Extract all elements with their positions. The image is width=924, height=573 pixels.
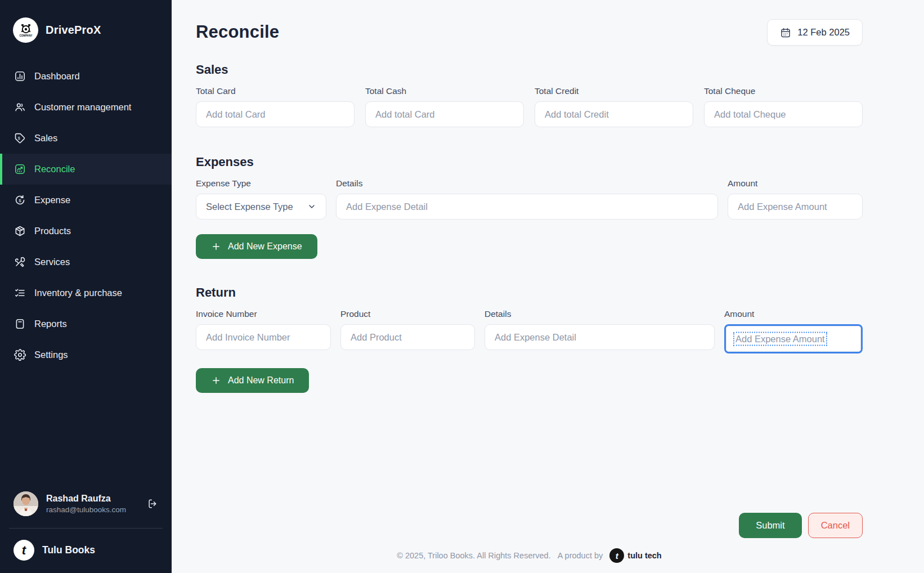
user-info: Rashad Raufza rashad@tulubooks.com xyxy=(46,494,139,514)
submit-button[interactable]: Submit xyxy=(739,513,801,538)
total-cheque-label: Total Cheque xyxy=(704,86,863,96)
svg-text:COMPANY: COMPANY xyxy=(19,34,32,37)
page-title: Reconcile xyxy=(196,19,279,42)
report-document-icon xyxy=(14,318,26,330)
sidebar-item-services[interactable]: Services xyxy=(0,247,172,277)
add-new-expense-button[interactable]: Add New Expense xyxy=(196,234,317,259)
product-by-text: A product by xyxy=(558,551,603,560)
avatar xyxy=(14,491,38,516)
sidebar-item-label: Dashboard xyxy=(34,71,80,82)
calendar-icon xyxy=(780,27,791,38)
total-credit-field: Total Credit xyxy=(535,77,693,127)
sales-heading: Sales xyxy=(196,62,863,77)
expense-details-input[interactable] xyxy=(336,194,718,220)
sidebar-item-dashboard[interactable]: Dashboard xyxy=(0,61,172,92)
add-new-return-button[interactable]: Add New Return xyxy=(196,368,309,393)
tulu-books-brand: t Tulu Books xyxy=(0,540,172,561)
page-footer: © 2025, Triloo Books. All Rights Reserve… xyxy=(196,548,863,566)
sidebar-item-reconcile[interactable]: Reconcile xyxy=(0,154,172,185)
total-card-input[interactable] xyxy=(196,101,355,127)
chevron-down-icon xyxy=(307,202,316,211)
return-amount-focus-ring: Add Expense Amount xyxy=(724,324,863,353)
expense-type-value: Select Expense Type xyxy=(206,202,293,212)
return-heading: Return xyxy=(196,285,863,300)
sidebar-item-label: Products xyxy=(34,226,71,236)
sidebar-item-reports[interactable]: Reports xyxy=(0,308,172,339)
sidebar-item-label: Reports xyxy=(34,319,67,329)
sidebar-item-label: Expense xyxy=(34,195,70,205)
total-card-label: Total Card xyxy=(196,86,355,96)
return-details-field: Details xyxy=(485,300,715,353)
sidebar-bottom: Rashad Raufza rashad@tulubooks.com t Tul… xyxy=(0,491,172,573)
package-icon xyxy=(14,225,26,238)
tulu-books-label: Tulu Books xyxy=(42,544,95,556)
app-title: DriveProX xyxy=(46,24,101,37)
expense-amount-input[interactable] xyxy=(728,194,863,220)
expenses-heading: Expenses xyxy=(196,155,863,169)
sidebar-item-label: Settings xyxy=(34,350,68,360)
return-amount-label: Amount xyxy=(724,309,863,319)
svg-text:$: $ xyxy=(17,136,20,140)
form-actions: Submit Cancel xyxy=(196,513,863,538)
sidebar-item-products[interactable]: Products xyxy=(0,216,172,247)
total-credit-input[interactable] xyxy=(535,101,693,127)
total-cheque-input[interactable] xyxy=(704,101,863,127)
invoice-number-input[interactable] xyxy=(196,324,331,350)
add-new-return-label: Add New Return xyxy=(228,375,294,386)
main-content: Reconcile 12 Feb 2025 Sales Total Card xyxy=(172,0,924,573)
expense-amount-field: Amount xyxy=(728,169,863,220)
sidebar-item-label: Customer management xyxy=(34,102,131,113)
sidebar-item-inventory-purchase[interactable]: Inventory & purchase xyxy=(0,277,172,308)
tulu-books-logo: t xyxy=(14,540,34,561)
total-card-field: Total Card xyxy=(196,77,355,127)
add-new-expense-label: Add New Expense xyxy=(228,241,302,252)
plus-icon xyxy=(211,241,221,252)
total-cash-label: Total Cash xyxy=(365,86,524,96)
total-credit-label: Total Credit xyxy=(535,86,693,96)
expense-type-label: Expense Type xyxy=(196,178,326,189)
date-picker-button[interactable]: 12 Feb 2025 xyxy=(767,19,863,46)
return-details-label: Details xyxy=(485,309,715,319)
product-label: Product xyxy=(340,309,475,319)
gear-icon xyxy=(14,349,26,361)
checklist-icon xyxy=(14,287,26,299)
user-email: rashad@tulubooks.com xyxy=(46,505,139,514)
expense-details-field: Details xyxy=(336,169,718,220)
expenses-fields: Expense Type Select Expense Type Details… xyxy=(196,169,863,220)
sidebar-item-label: Sales xyxy=(34,133,57,144)
expense-type-select[interactable]: Select Expense Type xyxy=(196,194,326,220)
sales-fields: Total Card Total Cash Total Credit Total… xyxy=(196,77,863,127)
user-profile: Rashad Raufza rashad@tulubooks.com xyxy=(0,491,172,516)
invoice-number-label: Invoice Number xyxy=(196,309,331,319)
expense-details-label: Details xyxy=(336,178,718,189)
app-logo-row: COMPANY DriveProX xyxy=(0,0,172,43)
copyright-text: © 2025, Triloo Books. All Rights Reserve… xyxy=(397,551,550,560)
sidebar-item-label: Services xyxy=(34,257,70,267)
total-cheque-field: Total Cheque xyxy=(704,77,863,127)
sidebar-item-settings[interactable]: Settings xyxy=(0,339,172,370)
expense-type-field: Expense Type Select Expense Type xyxy=(196,169,326,220)
return-amount-input[interactable] xyxy=(726,326,861,352)
sidebar-item-sales[interactable]: $ Sales xyxy=(0,123,172,154)
return-details-input[interactable] xyxy=(485,324,715,350)
sidebar: COMPANY DriveProX Dashboard Cus xyxy=(0,0,172,573)
return-fields: Invoice Number Product Details Amount Ad… xyxy=(196,300,863,353)
reconcile-chart-icon xyxy=(14,163,26,176)
sidebar-divider xyxy=(9,528,163,529)
sidebar-item-label: Reconcile xyxy=(34,164,75,174)
tag-icon: $ xyxy=(14,132,26,145)
invoice-number-field: Invoice Number xyxy=(196,300,331,353)
return-amount-field: Amount Add Expense Amount xyxy=(724,300,863,353)
sidebar-item-label: Inventory & purchase xyxy=(34,288,122,298)
sidebar-item-customer-management[interactable]: Customer management xyxy=(0,92,172,123)
sidebar-item-expense[interactable]: $ Expense xyxy=(0,185,172,216)
tulu-tech-label: tulu tech xyxy=(627,551,661,560)
product-input[interactable] xyxy=(340,324,475,350)
expense-amount-label: Amount xyxy=(728,178,863,189)
tools-icon xyxy=(14,256,26,268)
sidebar-nav: Dashboard Customer management $ Sales xyxy=(0,61,172,370)
dashboard-icon xyxy=(14,70,26,83)
logout-icon[interactable] xyxy=(147,498,158,509)
cancel-button[interactable]: Cancel xyxy=(808,513,863,538)
total-cash-input[interactable] xyxy=(365,101,524,127)
